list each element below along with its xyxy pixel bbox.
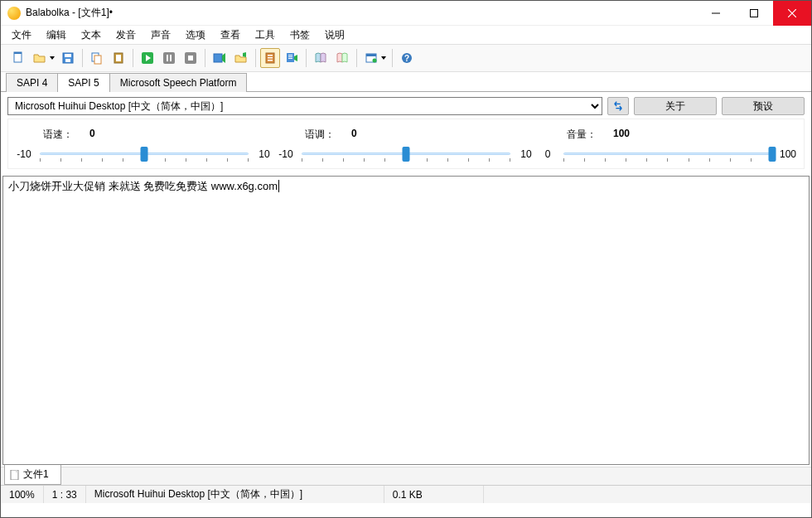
stop-button[interactable] [181, 48, 201, 68]
rate-group: 语速：0 -10 10 [13, 128, 275, 163]
svg-rect-24 [288, 58, 292, 59]
menu-编辑[interactable]: 编辑 [39, 27, 74, 44]
new-file-button[interactable] [8, 48, 28, 68]
close-button[interactable] [773, 1, 811, 26]
menu-说明[interactable]: 说明 [317, 27, 352, 44]
volume-max: 100 [777, 148, 799, 160]
menu-发音[interactable]: 发音 [109, 27, 143, 44]
rate-value: 0 [89, 128, 95, 142]
help-button[interactable]: ? [397, 48, 417, 68]
status-voice: Microsoft Huihui Desktop [中文（简体，中国）] [86, 486, 384, 503]
toolbar-separator [392, 49, 393, 67]
engine-tab-1[interactable]: SAPI 5 [57, 73, 109, 92]
menu-文件[interactable]: 文件 [4, 27, 39, 44]
document-tabs: 文件1 [1, 467, 811, 485]
toolbar-separator [356, 49, 357, 67]
svg-rect-16 [214, 54, 222, 62]
rate-max: 10 [254, 148, 275, 160]
svg-rect-21 [287, 53, 294, 62]
dictionary-button[interactable] [311, 48, 331, 68]
status-bar: 100% 1 : 33 Microsoft Huihui Desktop [中文… [1, 485, 811, 503]
volume-value: 100 [613, 128, 630, 142]
status-position: 1 : 33 [44, 486, 86, 503]
pitch-max: 10 [515, 148, 537, 160]
menu-工具[interactable]: 工具 [248, 27, 283, 44]
about-voice-button[interactable]: 关于 [634, 97, 717, 115]
app-icon [7, 7, 21, 20]
svg-rect-9 [116, 55, 121, 61]
document-tab[interactable]: 文件1 [4, 464, 61, 485]
menu-书签[interactable]: 书签 [283, 27, 317, 44]
panel-dropdown[interactable] [380, 56, 387, 60]
maximize-button[interactable] [735, 1, 773, 26]
rate-label: 语速： [43, 128, 73, 142]
slider-panel: 语速：0 -10 10 语调：0 -10 10 音量：100 0 [7, 119, 805, 169]
svg-rect-5 [65, 59, 70, 62]
pitch-min: -10 [275, 148, 297, 160]
svg-rect-12 [167, 55, 168, 61]
paste-button[interactable] [109, 48, 128, 68]
volume-slider[interactable] [563, 145, 772, 163]
voice-select[interactable]: Microsoft Huihui Desktop [中文（简体，中国）] [7, 97, 602, 115]
svg-point-27 [373, 59, 377, 63]
editor-content: 小刀烧饼开业大促销 来就送 免费吃免费送 www.x6g.com [8, 180, 278, 192]
pitch-value: 0 [351, 128, 357, 142]
open-dropdown[interactable] [49, 56, 56, 60]
panel-button[interactable] [361, 48, 381, 68]
volume-label: 音量： [567, 128, 597, 142]
play-button[interactable] [138, 48, 157, 68]
engine-tabs: SAPI 4SAPI 5Microsoft Speech Platform [1, 72, 811, 92]
menu-文本[interactable]: 文本 [74, 27, 109, 44]
menu-选项[interactable]: 选项 [178, 27, 213, 44]
document-tab-label: 文件1 [23, 467, 49, 482]
copy-button[interactable] [87, 48, 107, 68]
svg-rect-26 [366, 54, 376, 56]
svg-rect-2 [14, 52, 22, 54]
toolbar-separator [255, 49, 256, 67]
svg-rect-18 [268, 55, 273, 56]
engine-tab-0[interactable]: SAPI 4 [6, 73, 58, 92]
toolbar-separator [133, 49, 133, 67]
pause-button[interactable] [159, 48, 179, 68]
menu-bar: 文件编辑文本发音声音选项查看工具书签说明 [1, 26, 811, 44]
text-caret [278, 180, 279, 192]
read-clipboard-button[interactable] [282, 48, 302, 68]
svg-rect-0 [751, 9, 758, 17]
svg-rect-15 [188, 56, 193, 61]
open-file-button[interactable] [30, 48, 50, 68]
pitch-group: 语调：0 -10 10 [275, 128, 537, 163]
engine-tab-2[interactable]: Microsoft Speech Platform [109, 73, 248, 92]
rate-slider[interactable] [40, 145, 249, 163]
refresh-voices-button[interactable] [607, 97, 629, 115]
clipboard-monitor-button[interactable] [260, 48, 280, 68]
menu-查看[interactable]: 查看 [213, 27, 248, 44]
menu-声音[interactable]: 声音 [143, 27, 178, 44]
svg-rect-11 [163, 52, 175, 64]
voice-panel: Microsoft Huihui Desktop [中文（简体，中国）] 关于 … [1, 92, 811, 174]
save-audio-button[interactable] [210, 48, 230, 68]
toolbar-separator [306, 49, 307, 67]
status-spacer [484, 486, 811, 503]
toolbar: ? [1, 44, 811, 72]
split-audio-button[interactable] [231, 48, 251, 68]
minimize-button[interactable] [697, 1, 735, 26]
spellcheck-button[interactable] [332, 48, 352, 68]
volume-group: 音量：100 0 100 [537, 128, 799, 163]
svg-rect-23 [288, 56, 292, 57]
volume-min: 0 [537, 148, 558, 160]
svg-rect-22 [288, 55, 292, 56]
save-button[interactable] [58, 48, 78, 68]
window-title: Balabolka - [文件1]• [26, 6, 697, 20]
presets-button[interactable]: 预设 [722, 97, 805, 115]
pitch-slider[interactable] [302, 145, 510, 163]
svg-rect-4 [65, 54, 71, 57]
text-editor[interactable]: 小刀烧饼开业大促销 来就送 免费吃免费送 www.x6g.com [2, 176, 810, 465]
toolbar-separator [82, 49, 83, 67]
svg-rect-7 [94, 56, 101, 64]
status-zoom: 100% [1, 486, 44, 503]
title-bar: Balabolka - [文件1]• [1, 1, 811, 26]
pitch-label: 语调： [305, 128, 335, 142]
svg-rect-20 [268, 60, 273, 61]
svg-rect-13 [170, 55, 172, 61]
toolbar-separator [205, 49, 205, 67]
